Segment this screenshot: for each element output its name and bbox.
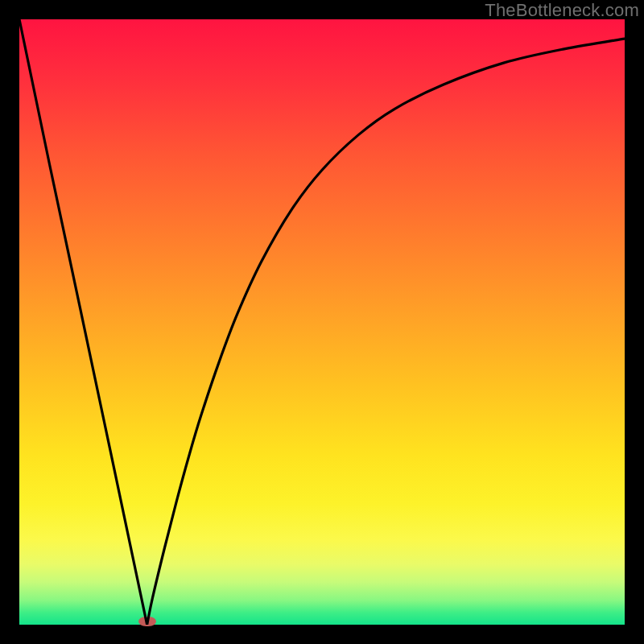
watermark-text: TheBottleneck.com	[485, 0, 639, 21]
bottleneck-curve	[19, 19, 625, 625]
curve-svg	[19, 19, 625, 625]
